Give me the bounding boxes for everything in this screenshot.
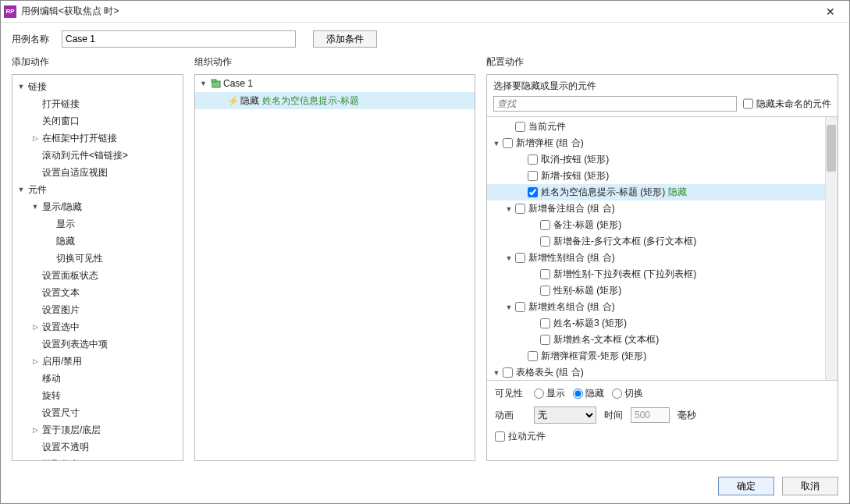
close-button[interactable]: ✕ (815, 1, 846, 23)
app-icon: RP (4, 5, 16, 18)
org-action-prefix: 隐藏 (240, 94, 259, 108)
case-icon (211, 78, 222, 89)
widget-tree[interactable]: 当前元件▼新增弹框 (组 合)取消-按钮 (矩形)新增-按钮 (矩形)姓名为空信… (487, 117, 838, 380)
scrollbar[interactable] (825, 117, 838, 380)
action-tree-item[interactable]: ▼链接 (12, 78, 183, 95)
widget-checkbox[interactable] (540, 318, 550, 328)
widget-tree-item[interactable]: 新增弹框背景-矩形 (矩形) (487, 348, 838, 364)
widget-tree-item[interactable]: ▼表格表头 (组 合) (487, 364, 838, 380)
widget-tree-item[interactable]: 新增-按钮 (矩形) (487, 168, 838, 184)
action-tree-item[interactable]: ▷在框架中打开链接 (12, 130, 183, 147)
widget-tree-item[interactable]: ▼新增姓名组合 (组 合) (487, 299, 838, 315)
case-name-input[interactable] (62, 30, 296, 48)
action-tree-item[interactable]: ▼设置列表选中项 (12, 335, 183, 353)
widget-checkbox[interactable] (515, 253, 525, 263)
anim-select[interactable]: 无 (534, 406, 596, 424)
widget-tree-item[interactable]: ▼新增性别组合 (组 合) (487, 250, 838, 266)
widget-tree-item[interactable]: 性别-标题 (矩形) (487, 282, 838, 299)
org-actions-panel: ▼ Case 1 ⚡ 隐藏 姓名为空信息提示-标题 (194, 74, 475, 461)
config-panel: 选择要隐藏或显示的元件 隐藏未命名的元件 当前元件▼新增弹框 (组 合)取消-按… (486, 74, 838, 461)
time-input[interactable] (631, 407, 670, 423)
config-actions-header: 配置动作 (486, 55, 838, 71)
anim-label: 动画 (495, 409, 526, 422)
org-case-row[interactable]: ▼ Case 1 (195, 75, 475, 92)
action-tree-item[interactable]: ▷启用/禁用 (12, 353, 183, 370)
case-row: 用例名称 添加条件 (1, 23, 849, 55)
visibility-row: 可见性 显示 隐藏 切换 (495, 387, 830, 400)
widget-checkbox[interactable] (540, 269, 550, 279)
visibility-label: 可见性 (495, 387, 526, 400)
action-tree-item[interactable]: ▼获取焦点 (12, 456, 183, 460)
widget-checkbox[interactable] (540, 236, 550, 247)
widget-checkbox[interactable] (528, 187, 538, 197)
widget-tree-item[interactable]: 新增备注-多行文本框 (多行文本框) (487, 233, 838, 250)
time-label: 时间 (604, 409, 623, 422)
visibility-hide-radio[interactable]: 隐藏 (573, 387, 604, 400)
case-editor-dialog: RP 用例编辑<获取焦点 时> ✕ 用例名称 添加条件 添加动作 ▼链接▼打开链… (0, 0, 850, 504)
widget-checkbox[interactable] (540, 335, 550, 345)
hide-unnamed-checkbox[interactable]: 隐藏未命名的元件 (743, 96, 831, 112)
widget-checkbox[interactable] (515, 122, 525, 132)
animation-row: 动画 无 时间 毫秒 (495, 406, 830, 424)
widget-tree-item[interactable]: 备注-标题 (矩形) (487, 217, 838, 233)
action-tree-item[interactable]: ▼设置自适应视图 (12, 164, 183, 181)
titlebar: RP 用例编辑<获取焦点 时> ✕ (1, 1, 849, 23)
add-condition-button[interactable]: 添加条件 (313, 30, 377, 48)
action-tree-item[interactable]: ▼元件 (12, 181, 183, 198)
action-tree-item[interactable]: ▼设置文本 (12, 284, 183, 301)
case-name-label: 用例名称 (12, 33, 55, 46)
action-tree-item[interactable]: ▼切换可见性 (12, 250, 183, 267)
ok-button[interactable]: 确定 (718, 477, 774, 495)
action-tree-item[interactable]: ▷设置选中 (12, 318, 183, 335)
visibility-show-radio[interactable]: 显示 (534, 387, 565, 400)
action-tree-item[interactable]: ▼滚动到元件<锚链接> (12, 147, 183, 164)
org-case-label: Case 1 (223, 78, 253, 89)
action-tree-item[interactable]: ▼移动 (12, 370, 183, 387)
widget-checkbox[interactable] (503, 367, 513, 378)
action-tree-item[interactable]: ▼设置面板状态 (12, 267, 183, 284)
action-tree-item[interactable]: ▼设置不透明 (12, 438, 183, 456)
org-actions-header: 组织动作 (194, 55, 475, 71)
action-tree-item[interactable]: ▼隐藏 (12, 232, 183, 250)
action-tree-item[interactable]: ▼关闭窗口 (12, 112, 183, 130)
widget-tree-item[interactable]: 新增性别-下拉列表框 (下拉列表框) (487, 266, 838, 282)
widget-checkbox[interactable] (503, 138, 513, 148)
org-action-row[interactable]: ⚡ 隐藏 姓名为空信息提示-标题 (195, 92, 475, 109)
search-input[interactable] (493, 96, 737, 112)
time-unit: 毫秒 (678, 409, 696, 422)
widget-checkbox[interactable] (540, 220, 550, 230)
action-tree-item[interactable]: ▼设置尺寸 (12, 404, 183, 421)
action-tree-item[interactable]: ▼显示/隐藏 (12, 198, 183, 215)
window-title: 用例编辑<获取焦点 时> (21, 5, 815, 18)
lightning-icon: ⚡ (228, 96, 239, 106)
widget-checkbox[interactable] (515, 302, 525, 312)
action-tree-item[interactable]: ▼设置图片 (12, 301, 183, 318)
widget-tree-item[interactable]: 取消-按钮 (矩形) (487, 151, 838, 168)
add-actions-panel: ▼链接▼打开链接▼关闭窗口▷在框架中打开链接▼滚动到元件<锚链接>▼设置自适应视… (12, 74, 183, 461)
config-title: 选择要隐藏或显示的元件 (493, 78, 831, 96)
widget-tree-item[interactable]: 姓名为空信息提示-标题 (矩形)隐藏 (487, 184, 838, 201)
widget-checkbox[interactable] (515, 204, 525, 214)
svg-rect-1 (212, 80, 216, 82)
action-tree-item[interactable]: ▷置于顶层/底层 (12, 421, 183, 438)
cancel-button[interactable]: 取消 (782, 477, 838, 495)
action-tree-item[interactable]: ▼旋转 (12, 387, 183, 404)
action-tree-item[interactable]: ▼打开链接 (12, 95, 183, 112)
widget-tree-item[interactable]: ▼新增弹框 (组 合) (487, 135, 838, 151)
widget-checkbox[interactable] (540, 286, 550, 296)
action-tree-item[interactable]: ▼显示 (12, 215, 183, 232)
widget-tree-item[interactable]: 姓名-标题3 (矩形) (487, 315, 838, 332)
widget-checkbox[interactable] (528, 171, 538, 181)
add-actions-header: 添加动作 (12, 55, 183, 71)
widget-tree-item[interactable]: 当前元件 (487, 119, 838, 135)
widget-tree-item[interactable]: ▼新增备注组合 (组 合) (487, 201, 838, 217)
widget-checkbox[interactable] (528, 351, 538, 361)
org-action-target: 姓名为空信息提示-标题 (262, 94, 359, 108)
widget-tree-item[interactable]: 新增姓名-文本框 (文本框) (487, 332, 838, 348)
add-actions-tree[interactable]: ▼链接▼打开链接▼关闭窗口▷在框架中打开链接▼滚动到元件<锚链接>▼设置自适应视… (12, 75, 183, 460)
drag-checkbox[interactable]: 拉动元件 (495, 430, 830, 443)
widget-checkbox[interactable] (528, 154, 538, 165)
visibility-toggle-radio[interactable]: 切换 (612, 387, 643, 400)
